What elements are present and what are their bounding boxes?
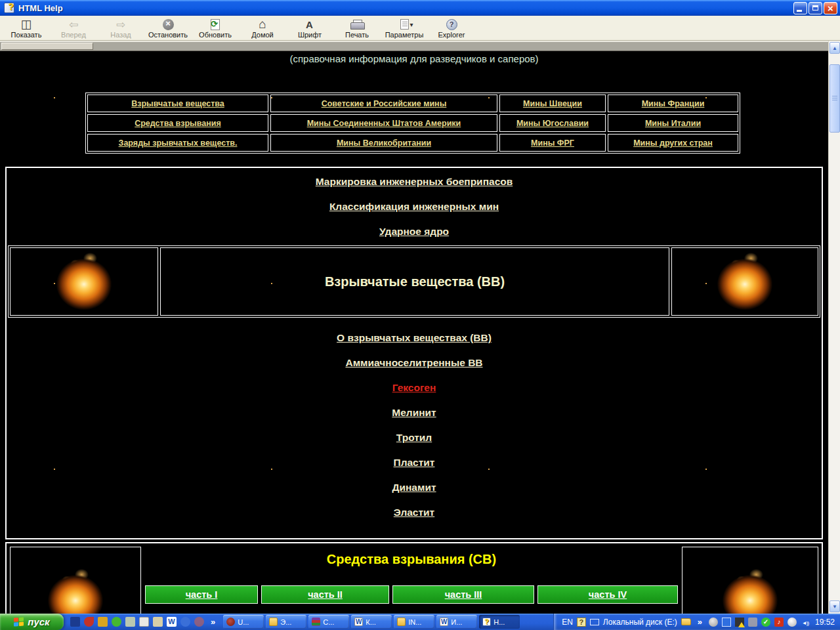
explosion-image	[45, 564, 106, 614]
link-dinamit[interactable]: Динамит	[392, 482, 436, 494]
link-classification[interactable]: Классификация инженерных мин	[329, 201, 499, 213]
explorer-button[interactable]: Explorer	[428, 17, 475, 40]
link-plastit[interactable]: Пластит	[394, 457, 435, 469]
faded-tray-icon[interactable]	[748, 618, 757, 627]
task-button-html-help[interactable]: H...	[479, 615, 520, 629]
sv-parts-row: часть I часть II часть III часть IV	[145, 585, 678, 604]
minimize-button[interactable]	[793, 2, 807, 14]
show-desktop-icon[interactable]	[153, 617, 163, 627]
nav-link-yugoslavia-mines[interactable]: Мины Югославии	[516, 119, 589, 128]
nav-link-explosives[interactable]: Взрывчатые вещества	[131, 99, 224, 108]
link-shock-core[interactable]: Ударное ядро	[379, 226, 449, 238]
show-button[interactable]: Показать	[3, 17, 50, 40]
main-section-box: Маркировка инженерных боеприпасов Класси…	[5, 167, 823, 539]
pencils-icon[interactable]	[98, 617, 108, 627]
quick-launch-overflow-chevron[interactable]: »	[208, 617, 218, 627]
close-button[interactable]	[824, 2, 837, 14]
sv-banner-title: Средства взрывания (СВ)	[327, 552, 496, 567]
folder-icon	[397, 618, 406, 626]
clock[interactable]: 19:52	[815, 618, 835, 627]
nav-cell: Мины Соединенных Штатов Америки	[270, 114, 497, 132]
print-button[interactable]: Печать	[333, 17, 381, 40]
media-player-icon[interactable]	[180, 617, 190, 627]
vv-banner: Взрывчатые вещества (ВВ)	[8, 245, 820, 318]
nav-link-italy-mines[interactable]: Мины Италии	[645, 119, 701, 128]
monitor-warning-icon[interactable]	[735, 618, 744, 627]
nav-link-detonation-means[interactable]: Средства взрывания	[135, 119, 221, 128]
word-icon[interactable]: W	[167, 617, 177, 627]
banner-cell	[671, 247, 818, 316]
task-button-audio[interactable]: U...	[223, 615, 264, 629]
task-button-folder-2[interactable]: IN...	[394, 615, 434, 629]
explosion-image	[714, 247, 776, 316]
nav-link-uk-mines[interactable]: Мины Великобритании	[337, 138, 431, 148]
task-button-folder-1[interactable]: Э...	[266, 615, 306, 629]
local-disk-label[interactable]: Локальный диск (E:)	[603, 618, 677, 627]
banner-cell: Взрывчатые вещества (ВВ)	[160, 247, 669, 316]
link-part-4[interactable]: часть IV	[589, 589, 627, 600]
tray-overflow-chevron[interactable]: »	[695, 617, 705, 627]
nav-link-sweden-mines[interactable]: Мины Швеции	[523, 99, 582, 108]
restore-button[interactable]	[808, 2, 822, 14]
options-button[interactable]: Параметры	[381, 17, 428, 40]
nav-cell: Заряды зрывчатых веществ.	[87, 134, 268, 152]
update-globe-icon[interactable]	[788, 618, 797, 627]
icq-flower-icon[interactable]	[112, 617, 121, 627]
task-button-word-2[interactable]: WИ...	[436, 615, 477, 629]
scroll-down-button[interactable]	[830, 600, 840, 612]
refresh-label: Обновить	[199, 31, 232, 39]
minimize-icon	[797, 10, 802, 12]
antivirus-check-icon[interactable]	[761, 618, 770, 627]
faded-app-icon[interactable]	[194, 617, 204, 627]
link-trotil[interactable]: Тротил	[396, 432, 432, 444]
network-monitors-icon[interactable]	[722, 618, 731, 627]
acrobat-icon[interactable]	[84, 617, 94, 627]
banner-cell	[10, 547, 141, 614]
speaker-icon[interactable]	[801, 618, 810, 627]
link-part-3[interactable]: часть III	[445, 589, 482, 600]
link-part-1[interactable]: часть I	[186, 589, 218, 600]
task-label: С...	[323, 618, 334, 626]
vv-banner-title: Взрывчатые вещества (ВВ)	[325, 274, 505, 289]
link-elastit[interactable]: Эластит	[394, 507, 434, 518]
task-button-word-1[interactable]: WК...	[351, 615, 392, 629]
task-label: H...	[494, 618, 505, 626]
link-part-2[interactable]: часть II	[308, 589, 343, 600]
link-ammonium[interactable]: Аммиачноселитренные ВВ	[345, 357, 482, 369]
task-label: Э...	[280, 618, 291, 626]
history-icon[interactable]	[709, 618, 718, 627]
link-melinit[interactable]: Мелинит	[392, 407, 436, 419]
back-button[interactable]: Назад	[97, 17, 144, 40]
forward-button[interactable]: Вперед	[50, 17, 97, 40]
banner-cell	[10, 247, 158, 316]
horizontal-scrollbar[interactable]	[0, 41, 828, 51]
app-icon[interactable]	[70, 617, 80, 627]
refresh-button[interactable]: Обновить	[192, 17, 239, 40]
task-button-winrar[interactable]: С...	[308, 615, 349, 629]
disk-folder-icon[interactable]	[681, 618, 691, 625]
link-marking[interactable]: Маркировка инженерных боеприпасов	[316, 176, 513, 188]
window-layout-icon[interactable]	[590, 619, 599, 625]
nav-link-charges[interactable]: Заряды зрывчатых веществ.	[119, 138, 238, 148]
notebook-icon[interactable]	[125, 617, 135, 627]
vertical-scrollbar-thumb[interactable]	[830, 64, 840, 133]
scroll-up-button[interactable]	[830, 42, 840, 54]
start-button[interactable]: пуск	[0, 614, 64, 630]
document-icon[interactable]	[139, 617, 149, 627]
nav-cell: Мины ФРГ	[499, 134, 606, 152]
font-button[interactable]: Шрифт	[286, 17, 333, 40]
keyboard-help-icon[interactable]: ?	[577, 618, 586, 627]
nav-link-frg-mines[interactable]: Мины ФРГ	[531, 138, 574, 148]
language-indicator[interactable]: EN	[562, 618, 573, 627]
link-about-vv[interactable]: О взрывчатых веществах (ВВ)	[337, 332, 492, 344]
stop-button[interactable]: Остановить	[144, 17, 192, 40]
home-button[interactable]: Домой	[239, 17, 286, 40]
nav-link-other-mines[interactable]: Мины других стран	[633, 138, 713, 148]
nav-link-soviet-mines[interactable]: Советские и Российские мины	[322, 99, 447, 108]
horizontal-scrollbar-thumb[interactable]	[1, 43, 93, 50]
link-hexogen[interactable]: Гексоген	[392, 382, 436, 394]
nav-link-usa-mines[interactable]: Мины Соединенных Штатов Америки	[307, 119, 461, 128]
vertical-scrollbar[interactable]	[828, 41, 840, 614]
nav-link-france-mines[interactable]: Мины Франции	[642, 99, 705, 108]
volume-red-icon[interactable]	[774, 618, 784, 627]
